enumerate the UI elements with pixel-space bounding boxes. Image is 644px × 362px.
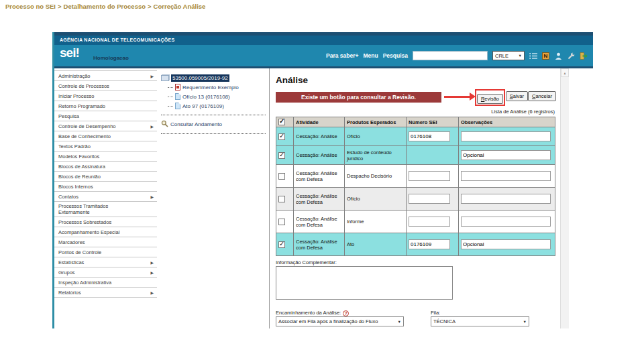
select-all-checkbox[interactable]: ✓ <box>278 119 285 125</box>
sidebar-item-blocos-internos[interactable]: Blocos Internos▶ <box>54 182 157 192</box>
sidebar-item-relatorios[interactable]: Relatórios▶ <box>54 288 157 298</box>
sidebar-item-acompanhamento-especial[interactable]: Acompanhamento Especial▶ <box>54 227 157 237</box>
check-icon: ✓ <box>279 240 284 247</box>
document-icon <box>175 103 180 109</box>
numero-sei-input[interactable] <box>409 217 450 227</box>
chevron-right-icon: ▶ <box>150 260 154 265</box>
tree-process-node[interactable]: 53500.059005/2019-92 <box>161 74 268 82</box>
exit-icon[interactable] <box>580 52 588 60</box>
annotation-callout: Existe um botão para consultar a Revisão… <box>276 92 441 103</box>
chevron-right-icon: ▶ <box>150 124 154 129</box>
chevron-right-icon: ▶ <box>150 270 154 275</box>
list-caption: Lista de Análise (6 registros) <box>276 109 555 115</box>
sidebar-item-textos-padrao[interactable]: Textos Padrão▶ <box>54 141 157 152</box>
sidebar-item-grupos[interactable]: Grupos▶ <box>54 267 157 278</box>
tree-doc-requerimento[interactable]: Requerimento Exemplo <box>168 83 268 91</box>
scroll-up-icon[interactable]: ▲ <box>561 68 569 77</box>
info-complementar-label: Informação Complementar: <box>276 259 337 265</box>
sidebar-item-modelos-favoritos[interactable]: Modelos Favoritos▶ <box>54 152 157 162</box>
pdf-icon <box>175 84 180 90</box>
row-checkbox[interactable]: ✓ <box>278 152 285 159</box>
sidebar-item-contatos[interactable]: Contatos▶ <box>54 192 157 202</box>
sidebar-item-controle-de-desempenho[interactable]: Controle de Desempenho▶ <box>54 121 157 131</box>
check-icon: ✓ <box>279 132 284 139</box>
revisao-button[interactable]: Revisão <box>477 94 503 104</box>
tree-consultar-andamento[interactable]: Consultar Andamento <box>161 120 268 129</box>
info-complementar-textarea[interactable] <box>276 266 453 300</box>
sei-window: AGÊNCIA NACIONAL DE TELECOMUNICAÇÕES sei… <box>52 32 593 328</box>
fila-select[interactable]: TÉCNICA▼ <box>431 316 529 326</box>
menu-menu[interactable]: Menu <box>363 52 378 59</box>
sidebar-item-controle-de-processos[interactable]: Controle de Processos▶ <box>54 81 157 91</box>
annotation-arrow-icon <box>444 96 470 98</box>
row-checkbox[interactable]: ✓ <box>278 173 285 180</box>
observacoes-input[interactable] <box>461 194 551 204</box>
magnifier-icon <box>161 120 168 129</box>
tree-doc-ato[interactable]: Ato 97 (0176109) <box>168 102 268 110</box>
tree-doc-oficio[interactable]: Ofício 13 (0176108) <box>168 93 268 101</box>
breadcrumb-link-detalhamento[interactable]: Detalhamento do Processo <box>64 3 146 10</box>
fila-label: Fila: <box>431 310 440 316</box>
list-icon[interactable] <box>529 52 537 60</box>
tree-guide <box>168 97 173 97</box>
observacoes-input[interactable] <box>461 217 551 227</box>
sidebar-menu: Administração▶ Controle de Processos▶ In… <box>54 70 157 298</box>
sidebar-item-processos-sobrestados[interactable]: Processos Sobrestados▶ <box>54 217 157 227</box>
numero-sei-input[interactable] <box>409 194 450 204</box>
vertical-scrollbar[interactable]: ▲ <box>560 68 569 328</box>
app-header: sei! Homologacao Para saber+ Menu Pesqui… <box>54 45 593 66</box>
sidebar-item-blocos-de-reuniao[interactable]: Blocos de Reunião▶ <box>54 172 157 182</box>
breadcrumb-link-processo[interactable]: Processo no SEI <box>5 3 56 10</box>
observacoes-input[interactable] <box>461 171 551 181</box>
help-icon[interactable]: ? <box>343 310 349 316</box>
observacoes-input[interactable] <box>461 239 551 249</box>
table-row: ✓ Cessação: Análise Estudo de conteúdo j… <box>276 146 555 165</box>
table-row: ✓ Cessação: Análise com Defesa Despacho … <box>276 165 555 188</box>
chevron-right-icon: ▶ <box>150 74 154 78</box>
check-icon: ✓ <box>279 117 284 125</box>
screen: Processo no SEI>Detalhamento do Processo… <box>0 0 644 362</box>
unit-select[interactable]: CRLE▼ <box>492 51 525 60</box>
row-checkbox[interactable]: ✓ <box>278 196 285 202</box>
sidebar-item-iniciar-processo[interactable]: Iniciar Processo▶ <box>54 91 157 101</box>
sidebar-item-pesquisa[interactable]: Pesquisa▶ <box>54 111 157 121</box>
tree-separator <box>161 115 266 115</box>
process-icon <box>161 75 169 81</box>
numero-sei-input[interactable] <box>409 239 450 249</box>
agency-title-bar: AGÊNCIA NACIONAL DE TELECOMUNICAÇÕES <box>54 36 593 45</box>
menu-pesquisa[interactable]: Pesquisa <box>383 52 408 59</box>
sidebar-item-base-de-conhecimento[interactable]: Base de Conhecimento▶ <box>54 131 157 141</box>
user-icon[interactable] <box>554 52 562 60</box>
sidebar-item-processos-tramitados[interactable]: Processos Tramitados Externamente▶ <box>54 202 157 217</box>
observacoes-input[interactable] <box>461 150 551 160</box>
sei-logo[interactable]: sei! <box>60 46 79 60</box>
menu-para-saber[interactable]: Para saber+ <box>326 52 358 59</box>
notes-icon[interactable]: N <box>542 52 549 60</box>
sidebar-item-marcadores[interactable]: Marcadores▶ <box>54 237 157 247</box>
tree-guide <box>168 87 173 88</box>
salvar-button[interactable]: Salvar <box>506 91 528 101</box>
tree-separator <box>161 133 266 134</box>
numero-sei-input[interactable] <box>409 131 450 141</box>
search-input[interactable] <box>413 51 488 60</box>
dropdown-arrow-icon: ▼ <box>519 54 522 58</box>
sidebar-item-retorno-programado[interactable]: Retorno Programado▶ <box>54 101 157 111</box>
sidebar-item-inspecao-administrativa[interactable]: Inspeção Administrativa▶ <box>54 278 157 288</box>
row-checkbox[interactable]: ✓ <box>278 241 285 248</box>
table-header-row: ✓ Atividade Produtos Esperados Número SE… <box>276 117 555 127</box>
sidebar-item-estatisticas[interactable]: Estatísticas▶ <box>54 257 157 267</box>
numero-sei-input[interactable] <box>409 171 450 181</box>
breadcrumb-current: Correção Análise <box>154 3 206 10</box>
observacoes-input[interactable] <box>461 131 551 141</box>
row-checkbox[interactable]: ✓ <box>278 133 285 140</box>
row-checkbox[interactable]: ✓ <box>278 219 285 225</box>
process-number: 53500.059005/2019-92 <box>171 74 229 82</box>
sidebar-item-blocos-de-assinatura[interactable]: Blocos de Assinatura▶ <box>54 162 157 172</box>
cancelar-button[interactable]: Cancelar <box>528 91 556 101</box>
wrench-icon[interactable] <box>567 52 575 60</box>
table-row: ✓ Cessação: Análise Ofício <box>276 127 555 146</box>
sidebar-item-pontos-de-controle[interactable]: Pontos de Controle▶ <box>54 247 157 257</box>
encaminhamento-select[interactable]: Associar em Fila após a finalização do F… <box>276 316 404 326</box>
panel-divider[interactable] <box>269 68 270 328</box>
sidebar-item-administracao[interactable]: Administração▶ <box>54 71 157 81</box>
